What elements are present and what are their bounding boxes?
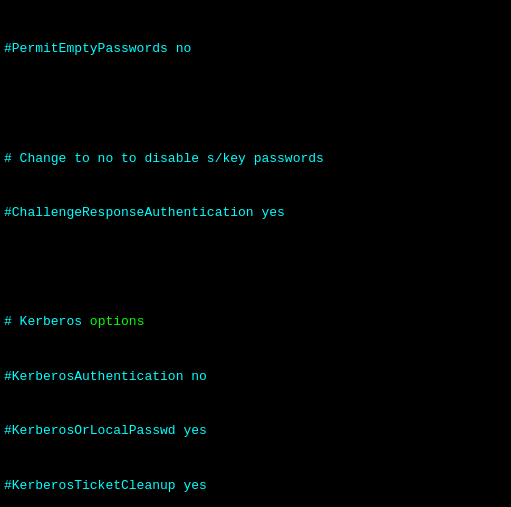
line-6: # Kerberos options	[4, 313, 507, 331]
line-3: # Change to no to disable s/key password…	[4, 150, 507, 168]
line-5	[4, 259, 507, 277]
line-8: #KerberosOrLocalPasswd yes	[4, 422, 507, 440]
line-9: #KerberosTicketCleanup yes	[4, 477, 507, 495]
line-4: #ChallengeResponseAuthentication yes	[4, 204, 507, 222]
line-7: #KerberosAuthentication no	[4, 368, 507, 386]
line-2	[4, 95, 507, 113]
line-1: #PermitEmptyPasswords no	[4, 40, 507, 58]
terminal: #PermitEmptyPasswords no # Change to no …	[0, 0, 511, 507]
